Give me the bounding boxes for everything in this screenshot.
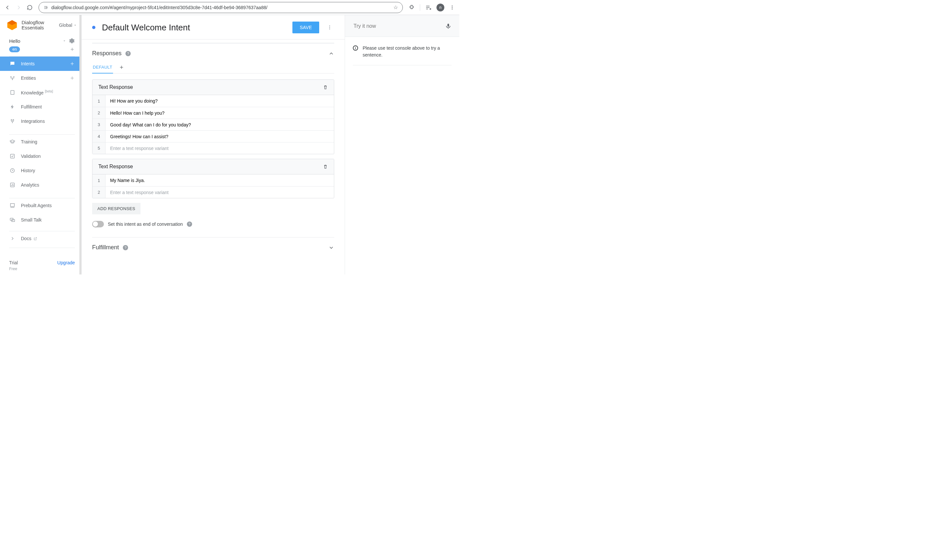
sidebar-item-analytics[interactable]: Analytics xyxy=(0,178,82,192)
sidebar-item-knowledge[interactable]: Knowledge [beta] xyxy=(0,85,82,100)
sidebar-label-docs: Docs xyxy=(21,236,75,241)
sidebar-label-knowledge: Knowledge [beta] xyxy=(21,89,75,95)
sidebar-item-docs[interactable]: Docs xyxy=(0,231,82,246)
omnibox[interactable]: dialogflow.cloud.google.com/#/agent/mypr… xyxy=(38,2,403,13)
browser-toolbar: dialogflow.cloud.google.com/#/agent/mypr… xyxy=(0,0,459,15)
training-icon xyxy=(9,139,16,145)
help-icon[interactable]: ? xyxy=(125,51,131,56)
response-variant-input-empty[interactable] xyxy=(106,143,334,154)
add-response-tab-icon[interactable] xyxy=(119,65,124,70)
add-responses-button[interactable]: ADD RESPONSES xyxy=(92,203,140,214)
sidebar-item-fulfillment[interactable]: Fulfillment xyxy=(0,100,82,114)
sidebar-item-small-talk[interactable]: Small Talk xyxy=(0,213,82,227)
svg-point-6 xyxy=(11,76,11,77)
tryit-tip: Please use test console above to try a s… xyxy=(363,45,451,58)
entities-icon xyxy=(9,75,16,81)
svg-rect-10 xyxy=(11,154,14,158)
sidebar-label-entities: Entities xyxy=(21,75,65,81)
sidebar-item-intents[interactable]: Intents xyxy=(0,57,82,71)
svg-point-2 xyxy=(452,7,453,8)
media-controls-icon[interactable] xyxy=(425,5,431,11)
language-chip[interactable]: en xyxy=(9,46,20,52)
region-selector[interactable]: Global xyxy=(59,23,77,28)
small-talk-icon xyxy=(9,217,16,223)
bookmark-star-icon[interactable]: ☆ xyxy=(393,4,398,11)
extensions-icon[interactable] xyxy=(409,5,415,11)
intent-title-input[interactable] xyxy=(101,22,286,33)
url-text: dialogflow.cloud.google.com/#/agent/mypr… xyxy=(51,5,390,10)
reload-icon[interactable] xyxy=(27,5,33,11)
sidebar-label-intents: Intents xyxy=(21,61,65,66)
delete-response-card-icon[interactable] xyxy=(323,85,328,90)
response-variant-input[interactable] xyxy=(106,175,334,186)
svg-point-8 xyxy=(12,79,13,80)
profile-avatar[interactable]: n xyxy=(437,4,444,11)
delete-response-card-icon[interactable] xyxy=(323,164,328,169)
tryit-input[interactable] xyxy=(353,23,442,29)
sidebar-label-validation: Validation xyxy=(21,154,75,159)
svg-point-0 xyxy=(46,7,47,8)
validation-icon xyxy=(9,153,16,159)
history-icon xyxy=(9,168,16,174)
chevron-down-icon[interactable] xyxy=(62,39,66,43)
forward-icon xyxy=(16,5,22,11)
sidebar-label-history: History xyxy=(21,168,75,173)
add-entity-icon[interactable] xyxy=(69,75,75,81)
sidebar: Dialogflow Essentials Global Hello en xyxy=(0,15,82,274)
sidebar-label-analytics: Analytics xyxy=(21,182,75,188)
expand-fulfillment-icon[interactable] xyxy=(328,245,334,251)
response-tab-default[interactable]: DEFAULT xyxy=(92,62,113,74)
add-language-icon[interactable] xyxy=(69,47,75,52)
fulfillment-icon xyxy=(9,104,16,109)
chrome-menu-icon[interactable] xyxy=(449,5,455,10)
site-settings-icon[interactable] xyxy=(43,5,48,10)
sidebar-label-integrations: Integrations xyxy=(21,118,75,124)
agent-name[interactable]: Hello xyxy=(9,38,60,44)
response-card: Text Response 1 2 3 4 5 xyxy=(92,79,334,154)
svg-point-3 xyxy=(452,9,453,9)
end-of-conversation-toggle[interactable] xyxy=(92,221,104,228)
sidebar-item-history[interactable]: History xyxy=(0,163,82,178)
main-content: SAVE Responses ? DEFAULT xyxy=(82,15,345,274)
intents-icon xyxy=(9,61,16,67)
sidebar-item-prebuilt-agents[interactable]: Prebuilt Agents xyxy=(0,198,82,213)
sidebar-item-training[interactable]: Training xyxy=(0,135,82,149)
intent-menu-icon[interactable] xyxy=(325,25,334,30)
save-button[interactable]: SAVE xyxy=(292,22,319,33)
trial-label: Trial xyxy=(9,260,18,265)
add-intent-icon[interactable] xyxy=(69,61,75,66)
responses-section-title: Responses xyxy=(92,50,122,57)
microphone-icon[interactable] xyxy=(445,23,451,29)
sidebar-label-prebuilt: Prebuilt Agents xyxy=(21,203,75,208)
svg-point-7 xyxy=(13,76,14,77)
tryit-divider xyxy=(353,65,451,65)
sidebar-item-integrations[interactable]: Integrations xyxy=(0,114,82,128)
fulfillment-section-title: Fulfillment xyxy=(92,244,119,251)
response-variant-input[interactable] xyxy=(106,96,334,106)
dialogflow-logo-icon xyxy=(6,20,18,31)
unsaved-indicator xyxy=(92,26,95,29)
collapse-responses-icon[interactable] xyxy=(328,51,334,57)
svg-point-18 xyxy=(329,28,330,29)
response-variant-input-empty[interactable] xyxy=(106,187,334,198)
integrations-icon xyxy=(9,118,16,124)
svg-rect-13 xyxy=(11,203,14,206)
help-icon[interactable]: ? xyxy=(123,245,128,250)
sidebar-label-training: Training xyxy=(21,139,75,145)
response-variant-input[interactable] xyxy=(106,120,334,130)
upgrade-link[interactable]: Upgrade xyxy=(57,260,75,265)
help-icon[interactable]: ? xyxy=(187,222,192,227)
info-icon: i xyxy=(353,45,358,51)
sidebar-item-validation[interactable]: Validation xyxy=(0,149,82,163)
sidebar-label-fulfillment: Fulfillment xyxy=(21,104,75,109)
response-card: Text Response 1 2 xyxy=(92,159,334,198)
trial-sublabel: Free xyxy=(0,267,82,274)
response-variant-input[interactable] xyxy=(106,131,334,142)
back-icon[interactable] xyxy=(5,5,11,11)
sidebar-item-entities[interactable]: Entities xyxy=(0,71,82,85)
chevron-right-icon xyxy=(9,236,16,241)
svg-rect-9 xyxy=(11,91,14,94)
sidebar-scrollbar[interactable] xyxy=(79,15,82,274)
response-variant-input[interactable] xyxy=(106,108,334,118)
gear-icon[interactable] xyxy=(69,38,75,44)
